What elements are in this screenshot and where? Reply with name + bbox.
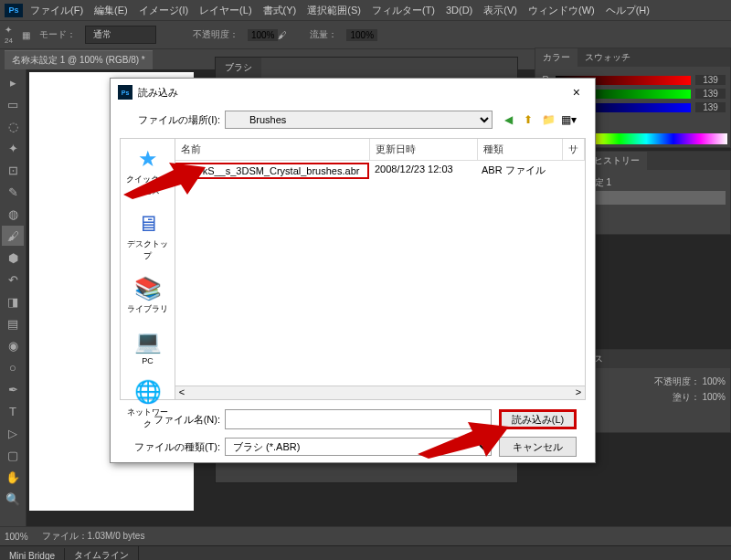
menu-edit[interactable]: 編集(E) (94, 4, 128, 17)
swatches-tab[interactable]: スウォッチ (577, 48, 638, 67)
dialog-app-icon: Ps (118, 85, 132, 100)
load-dialog: Ps 読み込み × ファイルの場所(I): Brushes ◀ ⬆ 📁 ▦▾ ★… (110, 78, 596, 463)
brush-tool[interactable]: 🖌 (2, 226, 24, 246)
desktop[interactable]: 🖥デスクトップ (123, 211, 172, 262)
svg-marker-1 (418, 422, 509, 459)
library[interactable]: 📚ライブラリ (123, 276, 172, 315)
document-tab[interactable]: 名称未設定 1 @ 100% (RGB/8) * (5, 50, 153, 69)
blur-tool[interactable]: ◉ (2, 335, 24, 355)
flow-label: 流量： (310, 28, 337, 41)
menu-bar: Ps ファイル(F) 編集(E) イメージ(I) レイヤー(L) 書式(Y) 選… (0, 0, 731, 20)
timeline-tab[interactable]: タイムライン (65, 546, 139, 560)
cancel-button[interactable]: キャンセル (499, 437, 577, 457)
file-type: ABR ファイル (476, 163, 560, 179)
type-tool[interactable]: T (2, 401, 24, 421)
mode-label: モード： (39, 28, 76, 41)
brush-icon[interactable]: 🖌 (278, 30, 287, 40)
file-row[interactable]: ▫DarkS__s_3DSM_Crystal_brushes.abr 2008/… (175, 161, 585, 181)
crop-tool[interactable]: ⊡ (2, 160, 24, 180)
load-button[interactable]: 読み込み(L) (499, 409, 577, 429)
eraser-tool[interactable]: ◨ (2, 291, 24, 312)
horizontal-scrollbar[interactable]: < > (175, 386, 585, 399)
filetype-label: ファイルの種類(T): (129, 440, 225, 454)
back-icon[interactable]: ◀ (500, 111, 516, 128)
tools-panel: ▸ ▭ ◌ ✦ ⊡ ✎ ◍ 🖌 ⬢ ↶ ◨ ▤ ◉ ○ ✒ T ▷ ▢ ✋ 🔍 (0, 69, 26, 526)
close-button[interactable]: × (566, 82, 588, 102)
menu-help[interactable]: ヘルプ(H) (606, 4, 650, 17)
layer-opacity-val[interactable]: 100% (702, 376, 726, 386)
new-folder-icon[interactable]: 📁 (540, 111, 556, 128)
col-type[interactable]: 種類 (478, 139, 563, 160)
filename-label: ファイル名(N): (129, 413, 225, 427)
path-tool[interactable]: ▷ (2, 423, 24, 443)
file-list: 名前 更新日時 種類 サ ▫DarkS__s_3DSM_Crystal_brus… (175, 139, 585, 399)
r-value[interactable]: 139 (695, 75, 726, 85)
annotation-arrow-2 (418, 422, 509, 459)
stamp-tool[interactable]: ⬢ (2, 248, 24, 268)
layer-opacity-label: 不透明度： (654, 376, 700, 386)
col-size[interactable]: サ (563, 139, 585, 160)
svg-marker-0 (123, 163, 206, 199)
view-menu-icon[interactable]: ▦▾ (560, 111, 577, 128)
file-date: 2008/12/23 12:03 (369, 163, 476, 179)
layer-fill-label: 塗り： (673, 392, 700, 402)
mini-bridge-tab[interactable]: Mini Bridge (0, 548, 65, 561)
dialog-title: 読み込み (138, 86, 178, 100)
brush-panel-tab[interactable]: ブラシ (216, 58, 261, 78)
opacity-value[interactable]: 100% (248, 29, 279, 41)
app-icon: Ps (5, 4, 23, 17)
pc[interactable]: 💻PC (123, 329, 172, 365)
location-label: ファイルの場所(I): (129, 113, 225, 127)
menu-type[interactable]: 書式(Y) (263, 4, 297, 17)
marquee-tool[interactable]: ▭ (2, 94, 24, 114)
dodge-tool[interactable]: ○ (2, 357, 24, 377)
zoom-level[interactable]: 100% (5, 532, 28, 542)
wand-tool[interactable]: ✦ (2, 138, 24, 158)
mode-dropdown[interactable]: 通常 (85, 26, 156, 44)
dialog-titlebar: Ps 読み込み × (111, 79, 595, 106)
dialog-toolbar-icons: ◀ ⬆ 📁 ▦▾ (500, 111, 577, 128)
hand-tool[interactable]: ✋ (2, 467, 24, 487)
location-dropdown[interactable]: Brushes (225, 111, 493, 129)
menu-view[interactable]: 表示(V) (483, 4, 517, 17)
b-value[interactable]: 139 (695, 102, 726, 112)
col-date[interactable]: 更新日時 (370, 139, 478, 160)
status-bar: 100% ファイル：1.03M/0 bytes (0, 526, 731, 545)
move-tool[interactable]: ▸ (2, 72, 24, 92)
up-icon[interactable]: ⬆ (520, 111, 536, 128)
annotation-arrow-1 (123, 163, 206, 199)
menu-filter[interactable]: フィルター(T) (372, 4, 435, 17)
flow-value[interactable]: 100% (346, 29, 377, 41)
shape-tool[interactable]: ▢ (2, 445, 24, 465)
menu-image[interactable]: イメージ(I) (139, 4, 188, 17)
bottom-panel-tabs: Mini Bridge タイムライン (0, 545, 731, 560)
menu-layer[interactable]: レイヤー(L) (199, 4, 251, 17)
heal-tool[interactable]: ◍ (2, 204, 24, 224)
options-bar: ✦24 ▦ モード： 通常 不透明度： 100% 🖌 流量： 100% (0, 20, 731, 49)
menu-window[interactable]: ウィンドウ(W) (528, 4, 595, 17)
layer-fill-val[interactable]: 100% (702, 392, 726, 402)
color-tab[interactable]: カラー (535, 48, 577, 67)
zoom-tool[interactable]: 🔍 (2, 489, 24, 509)
brush-preset-icon[interactable]: ✦24 (5, 25, 13, 45)
opacity-label: 不透明度： (193, 28, 238, 41)
col-name[interactable]: 名前 (175, 139, 370, 160)
history-brush-tool[interactable]: ↶ (2, 269, 24, 290)
lasso-tool[interactable]: ◌ (2, 116, 24, 136)
file-size: ファイル：1.03M/0 bytes (42, 530, 145, 543)
menu-file[interactable]: ファイル(F) (30, 4, 83, 17)
pen-tool[interactable]: ✒ (2, 379, 24, 399)
brush-panel-toggle[interactable]: ▦ (22, 30, 30, 40)
eyedropper-tool[interactable]: ✎ (2, 182, 24, 202)
menu-3d[interactable]: 3D(D) (446, 5, 472, 16)
g-value[interactable]: 139 (695, 89, 726, 99)
gradient-tool[interactable]: ▤ (2, 313, 24, 333)
menu-select[interactable]: 選択範囲(S) (307, 4, 361, 17)
